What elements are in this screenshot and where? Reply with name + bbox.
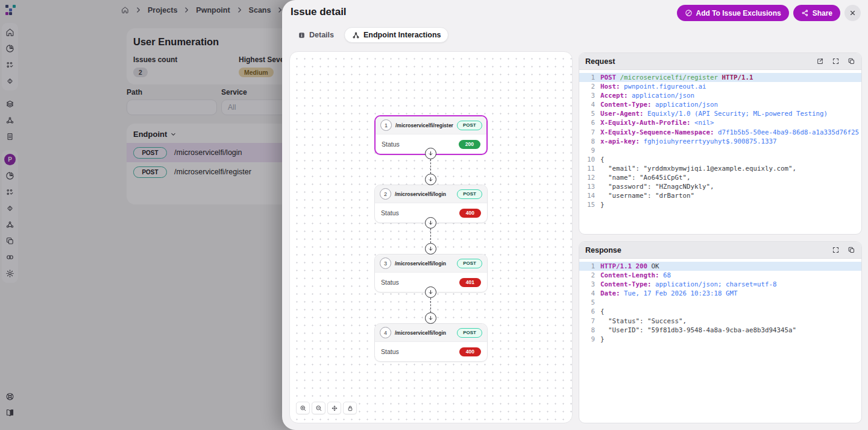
status-label: Status — [381, 279, 399, 286]
tab-details[interactable]: Details — [290, 27, 342, 43]
code-line: 3Accept: application/json — [579, 91, 861, 100]
code-line: 8 "UserID": "59f81db3-9548-4a8a-9cba-ae8… — [579, 326, 861, 335]
arrow-down-icon — [427, 245, 434, 252]
ban-icon — [685, 9, 693, 17]
code-line: 4Content-Type: application/json — [579, 100, 861, 109]
code-line: 7X-Equixly-Sequence-Namespace: d7f1b5b5-… — [579, 128, 861, 137]
status-label: Status — [382, 141, 400, 148]
tab-endpoint-interactions[interactable]: Endpoint Interactions — [344, 27, 448, 43]
code-line: 11 "email": "yrddmxbymwjiqi.1@example.eq… — [579, 164, 861, 173]
request-code: 1POST /microservicelfi/register HTTP/1.1… — [579, 70, 861, 234]
line-number: 4 — [579, 289, 600, 298]
code-line: 13 "password": "HZnagcNDykly", — [579, 182, 861, 191]
diagram-toolbar — [296, 402, 357, 414]
response-code: 1HTTP/1.1 200 OK2Content-Length: 683Cont… — [579, 259, 861, 423]
modal-actions: Add To Issue Exclusions Share — [677, 5, 861, 21]
copy-button[interactable] — [848, 246, 855, 254]
share-icon — [801, 9, 809, 17]
node-path: /microservicelfi/login — [395, 261, 453, 267]
line-number: 3 — [579, 91, 600, 100]
modal-title: Issue detail — [291, 6, 347, 18]
status-label: Status — [381, 209, 399, 217]
copy-button[interactable] — [848, 57, 855, 65]
zoom-in-button[interactable] — [296, 402, 310, 414]
flow-node-4[interactable]: 4/microservicelfi/loginPOSTStatus400 — [374, 323, 488, 362]
status-label: Status — [381, 348, 399, 355]
expand-button[interactable] — [832, 57, 840, 65]
line-number: 7 — [579, 128, 600, 137]
line-number: 6 — [579, 118, 600, 127]
endpoint-flow-diagram[interactable]: 1/microservicelfi/registerPOSTStatus2002… — [289, 51, 573, 423]
line-number: 10 — [579, 155, 600, 164]
modal-header: Issue detail Add To Issue Exclusions Sha… — [282, 0, 868, 25]
line-number: 1 — [579, 262, 600, 271]
response-panel-title: Response — [585, 246, 621, 255]
arrow-down-icon — [427, 289, 434, 296]
request-panel-header: Request — [579, 53, 861, 70]
code-line: 10{ — [579, 155, 861, 164]
arrow-down-icon — [427, 176, 434, 183]
node-number: 4 — [380, 327, 391, 338]
code-line: 2Content-Length: 68 — [579, 271, 861, 280]
share-icon — [801, 9, 809, 17]
code-line: 1POST /microservicelfi/register HTTP/1.1 — [579, 73, 861, 82]
node-path: /microservicelfi/login — [395, 191, 453, 197]
code-line: 9} — [579, 335, 861, 344]
request-panel-title: Request — [585, 57, 615, 66]
open-new-button[interactable] — [816, 57, 824, 65]
open-new-icon — [816, 57, 824, 65]
zoom-out-icon — [315, 405, 322, 412]
code-line: 6X-Equixly-Auth-Profile: <nil> — [579, 118, 861, 127]
share-button[interactable]: Share — [793, 5, 840, 21]
line-number: 11 — [579, 164, 600, 173]
line-number: 14 — [579, 191, 600, 200]
node-path: /microservicelfi/login — [395, 330, 453, 336]
node-header: 4/microservicelfi/loginPOST — [375, 324, 487, 342]
method-badge: POST — [457, 328, 482, 338]
line-number: 4 — [579, 100, 600, 109]
copy-icon — [848, 246, 855, 254]
connector-handle — [425, 148, 436, 159]
node-body: Status400 — [375, 342, 487, 361]
response-panel: Response 1HTTP/1.1 200 OK2Content-Length… — [579, 241, 862, 423]
node-header: 2/microservicelfi/loginPOST — [375, 185, 487, 203]
line-number: 13 — [579, 182, 600, 191]
add-to-issue-exclusions-label: Add To Issue Exclusions — [696, 9, 781, 17]
status-code-badge: 401 — [459, 278, 481, 287]
add-to-issue-exclusions-button[interactable]: Add To Issue Exclusions — [677, 5, 789, 21]
arrow-down-icon — [427, 315, 434, 321]
code-line: 5User-Agent: Equixly/1.0 (API Security; … — [579, 109, 861, 118]
code-line: 2Host: pwnpoint.figureout.ai — [579, 82, 861, 91]
line-number: 2 — [579, 271, 600, 280]
code-line: 6{ — [579, 307, 861, 316]
connector-line — [430, 298, 431, 312]
arrow-down-icon — [427, 150, 434, 157]
connector-handle — [425, 243, 436, 255]
line-number: 8 — [579, 326, 600, 335]
connector-line — [430, 159, 431, 174]
close-icon — [849, 9, 857, 17]
connector-handle — [425, 174, 436, 185]
hierarchy-icon — [352, 31, 360, 39]
tab-label: Details — [309, 31, 334, 39]
code-line: 3Content-Type: application/json; charset… — [579, 280, 861, 289]
status-code-badge: 400 — [459, 347, 481, 356]
connector-handle — [425, 286, 436, 298]
zoom-out-button[interactable] — [312, 402, 326, 414]
close-button[interactable] — [844, 5, 861, 21]
fit-view-button[interactable] — [327, 402, 341, 414]
method-badge: POST — [457, 259, 482, 268]
issue-detail-modal: Issue detail Add To Issue Exclusions Sha… — [282, 0, 868, 430]
copy-icon — [848, 57, 855, 65]
code-line: 9 — [579, 146, 861, 155]
status-code-badge: 400 — [459, 209, 481, 218]
expand-button[interactable] — [832, 246, 840, 254]
info-square-icon — [298, 31, 306, 39]
expand-icon — [832, 246, 840, 254]
line-number: 12 — [579, 173, 600, 182]
lock-button[interactable] — [343, 402, 357, 414]
request-panel: Request 1POST /microservicelfi/register … — [579, 52, 862, 235]
connector-handle — [425, 217, 436, 229]
method-badge: POST — [457, 189, 482, 199]
fit-view-icon — [331, 405, 338, 412]
